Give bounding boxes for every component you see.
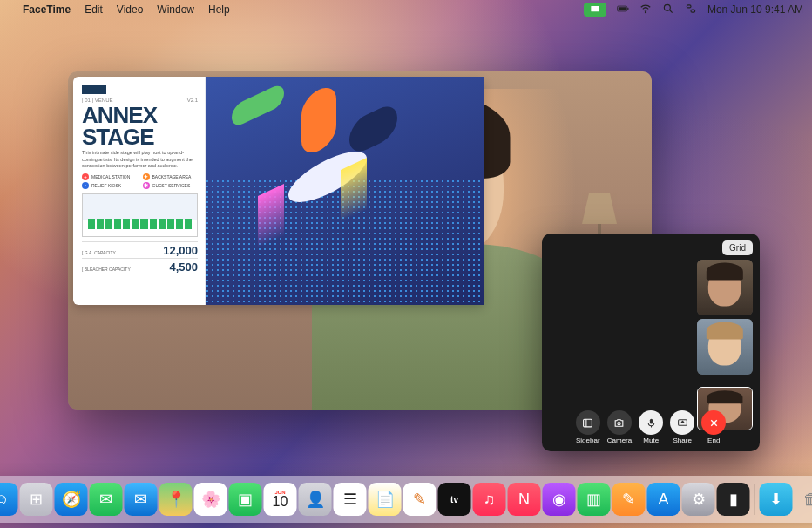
- menu-window[interactable]: Window: [157, 3, 194, 16]
- capacity-row: [ BLEACHER CAPACITY4,500: [82, 258, 198, 274]
- shared-header-right: V2.1: [187, 98, 198, 103]
- spotlight-icon[interactable]: [662, 3, 674, 17]
- legend-item: ✦BACKSTAGE AREA: [143, 173, 199, 180]
- legend-item: •RELIEF KIOSK: [82, 182, 138, 189]
- participant-thumbnail-1[interactable]: [697, 260, 753, 315]
- dock-pages[interactable]: ✎: [612, 483, 646, 516]
- sidebar-icon[interactable]: [576, 410, 600, 435]
- dock-iphone-mirroring[interactable]: ▮: [717, 483, 750, 516]
- svg-point-5: [664, 4, 670, 10]
- dock-notes[interactable]: 📄: [369, 483, 402, 516]
- svg-rect-8: [584, 419, 592, 427]
- dock-freeform[interactable]: ✎: [403, 483, 436, 516]
- shared-content-panel: | 01 | VENUE V2.1 ANNEX STAGE This intim…: [73, 77, 484, 305]
- ft-control-sidebar[interactable]: Sidebar: [576, 410, 600, 444]
- dock-finder[interactable]: ☺: [0, 483, 18, 516]
- dock-tv[interactable]: tv: [438, 483, 471, 516]
- dock-safari[interactable]: 🧭: [55, 483, 88, 516]
- dock-launchpad[interactable]: ⊞: [20, 483, 53, 516]
- close-icon[interactable]: [701, 410, 726, 435]
- share-icon[interactable]: [670, 410, 694, 435]
- shared-description: This intimate side stage will play host …: [82, 150, 198, 168]
- dock-contacts[interactable]: 👤: [299, 483, 332, 516]
- dock-photos[interactable]: 🌸: [194, 483, 227, 516]
- menu-edit[interactable]: Edit: [85, 3, 103, 16]
- dock-settings[interactable]: ⚙: [682, 483, 715, 516]
- camera-icon[interactable]: [607, 410, 632, 435]
- battery-icon[interactable]: [617, 3, 629, 17]
- app-menu[interactable]: FaceTime: [23, 3, 71, 16]
- dock-numbers[interactable]: ▥: [578, 483, 611, 516]
- grid-toggle-button[interactable]: Grid: [722, 240, 753, 255]
- dock-maps[interactable]: 📍: [159, 483, 193, 516]
- dock-news[interactable]: N: [508, 483, 541, 516]
- datetime[interactable]: Mon Jun 10 9:41 AM: [707, 3, 803, 16]
- dock-appstore[interactable]: A: [647, 483, 680, 516]
- svg-rect-6: [687, 4, 691, 7]
- facetime-panel[interactable]: Grid SidebarCameraMuteShareEnd: [542, 234, 760, 451]
- dock-trash[interactable]: 🗑: [795, 483, 813, 516]
- dock-separator: [754, 484, 755, 515]
- facetime-controls: SidebarCameraMuteShareEnd: [542, 410, 760, 444]
- svg-rect-0: [591, 6, 599, 11]
- svg-point-10: [618, 422, 620, 424]
- svg-rect-2: [619, 7, 626, 10]
- dock-podcasts[interactable]: ◉: [543, 483, 576, 516]
- legend-item: ✱GUEST SERVICES: [143, 182, 199, 189]
- participant-thumbnail-2[interactable]: [697, 319, 753, 375]
- ft-control-share[interactable]: Share: [670, 410, 694, 444]
- control-center-icon[interactable]: [685, 3, 697, 17]
- dock: ☺⊞🧭✉✉📍🌸▣JUN10👤☰📄✎tv♫N◉▥✎A⚙▮⬇🗑: [0, 476, 812, 523]
- ft-control-camera[interactable]: Camera: [607, 410, 632, 444]
- dock-reminders[interactable]: ☰: [334, 483, 367, 516]
- legend-item: +MEDICAL STATION: [82, 173, 138, 180]
- dock-calendar[interactable]: JUN10: [264, 483, 297, 516]
- menu-video[interactable]: Video: [117, 3, 143, 16]
- ft-control-mute[interactable]: Mute: [639, 410, 663, 444]
- dock-music[interactable]: ♫: [473, 483, 506, 516]
- dock-mail[interactable]: ✉: [125, 483, 158, 516]
- mic-icon[interactable]: [639, 410, 663, 435]
- shared-legend: +MEDICAL STATION✦BACKSTAGE AREA•RELIEF K…: [82, 173, 198, 189]
- svg-rect-7: [691, 10, 695, 12]
- shared-title-line2: STAGE: [82, 126, 198, 148]
- shared-isometric-view: [206, 77, 484, 305]
- shared-minimap: [82, 193, 198, 237]
- menubar: FaceTime Edit Video Window Help Mon Jun …: [0, 0, 812, 19]
- dock-facetime[interactable]: ▣: [229, 483, 262, 516]
- svg-rect-11: [650, 418, 653, 423]
- dock-downloads[interactable]: ⬇: [760, 483, 793, 516]
- svg-point-4: [645, 11, 646, 12]
- screenshare-indicator[interactable]: [584, 3, 606, 17]
- dock-messages[interactable]: ✉: [90, 483, 123, 516]
- svg-rect-3: [627, 7, 628, 9]
- ft-control-end[interactable]: End: [701, 410, 726, 444]
- shared-logo: [82, 85, 106, 94]
- wifi-icon[interactable]: [639, 3, 652, 17]
- shared-title-line1: ANNEX: [82, 105, 198, 126]
- capacity-row: [ G.A. CAPACITY12,000: [82, 241, 198, 257]
- menu-help[interactable]: Help: [208, 3, 230, 16]
